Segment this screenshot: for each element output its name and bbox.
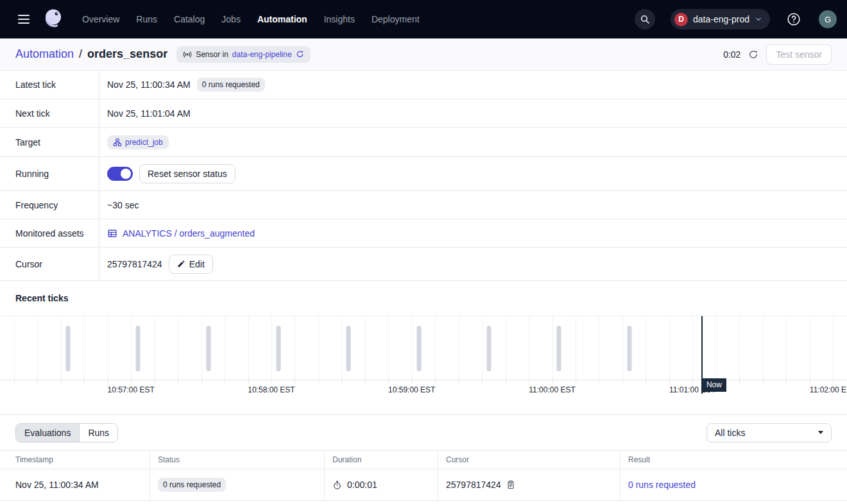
tick-status-filter-select[interactable]: All ticks <box>706 423 832 442</box>
axis-time-label: 10:59:00 EST <box>388 385 435 394</box>
test-sensor-button[interactable]: Test sensor <box>766 44 832 65</box>
axis-tick <box>435 380 436 383</box>
nav-item-catalog[interactable]: Catalog <box>174 14 205 24</box>
deployment-switcher[interactable]: D data-eng-prod <box>671 9 770 29</box>
sensor-tick-bar[interactable] <box>346 326 351 371</box>
row-status-badge: 0 runs requested <box>158 478 226 492</box>
nav-item-runs[interactable]: Runs <box>136 14 157 24</box>
refresh-countdown: 0:02 <box>723 49 740 60</box>
nav-item-jobs[interactable]: Jobs <box>221 14 241 24</box>
monitored-asset-link[interactable]: ANALYTICS / orders_augmented <box>107 228 255 239</box>
axis-tick <box>388 380 389 383</box>
target-job-chip[interactable]: predict_job <box>107 135 169 149</box>
sensor-tick-bar[interactable] <box>557 326 561 371</box>
nav-item-insights[interactable]: Insights <box>324 14 355 24</box>
col-header-duration: Duration <box>324 451 438 469</box>
nav-item-deployment[interactable]: Deployment <box>372 14 420 24</box>
sensor-tick-bar[interactable] <box>276 326 280 371</box>
dagster-logo-icon[interactable] <box>41 6 67 32</box>
code-location-link[interactable]: data-eng-pipeline <box>232 50 292 59</box>
sensor-tick-bar[interactable] <box>206 326 210 371</box>
cursor-value: 25797817424 <box>107 259 162 269</box>
gridline <box>131 316 132 380</box>
user-avatar[interactable]: G <box>819 10 837 28</box>
gridline <box>669 316 670 380</box>
gridline <box>810 316 810 380</box>
row-result-link[interactable]: 0 runs requested <box>628 480 696 490</box>
axis-time-label: 11:00:00 EST <box>529 385 576 394</box>
row-next-tick: Next tick Nov 25, 11:01:04 AM <box>0 99 847 128</box>
sensor-location-badge: Sensor in data-eng-pipeline <box>176 46 310 63</box>
axis-tick <box>599 380 599 383</box>
nav-item-overview[interactable]: Overview <box>82 14 119 24</box>
axis-time-label: 10:57:00 EST <box>107 385 154 394</box>
row-cursor: 25797817424 <box>446 480 501 490</box>
copy-clipboard-icon[interactable] <box>506 480 515 489</box>
axis-tick <box>131 380 132 383</box>
gridline <box>318 316 319 380</box>
sensor-tick-bar[interactable] <box>65 326 70 371</box>
gridline <box>84 316 85 380</box>
gridline <box>786 316 787 380</box>
axis-tick <box>61 380 62 383</box>
axis-tick <box>37 380 38 383</box>
col-header-result: Result <box>620 451 847 469</box>
primary-nav: Overview Runs Catalog Jobs Automation In… <box>82 14 420 24</box>
gridline <box>178 316 178 380</box>
gridline <box>388 316 389 380</box>
axis-tick <box>248 380 249 383</box>
axis-tick <box>646 380 646 383</box>
gridline <box>108 316 108 380</box>
now-marker-tag: Now <box>702 378 726 392</box>
gridline <box>716 316 717 380</box>
axis-tick <box>108 380 108 383</box>
axis-tick <box>201 380 202 383</box>
deployment-name: data-eng-prod <box>693 14 749 24</box>
reload-location-icon[interactable] <box>296 50 304 58</box>
refresh-icon[interactable] <box>748 49 758 60</box>
gridline <box>529 316 529 380</box>
axis-tick <box>576 380 576 383</box>
edit-cursor-button[interactable]: Edit <box>169 255 213 274</box>
sensor-tick-bar[interactable] <box>136 326 141 371</box>
menu-icon[interactable] <box>13 8 35 30</box>
tab-evaluations[interactable]: Evaluations <box>16 424 80 442</box>
gridline <box>37 316 38 380</box>
nav-item-automation[interactable]: Automation <box>257 14 307 24</box>
axis-tick <box>271 380 272 383</box>
axis-tick <box>739 380 740 383</box>
sensor-tick-bar[interactable] <box>416 326 421 371</box>
sensor-badge-prefix: Sensor in <box>196 50 228 59</box>
gridline <box>201 316 202 380</box>
tab-runs[interactable]: Runs <box>80 424 117 442</box>
breadcrumb-automation-link[interactable]: Automation <box>15 47 74 61</box>
search-icon[interactable] <box>635 9 655 29</box>
axis-tick <box>225 380 225 383</box>
axis-tick <box>622 380 623 383</box>
gridline <box>155 316 155 380</box>
sensor-tick-bar[interactable] <box>627 326 631 371</box>
reset-sensor-status-button[interactable]: Reset sensor status <box>139 164 235 183</box>
axis-tick <box>482 380 483 383</box>
gridline <box>341 316 342 380</box>
frequency-label: Frequency <box>0 191 99 219</box>
evaluations-table-header: Timestamp Status Duration Cursor Result <box>0 450 847 469</box>
running-label: Running <box>0 157 99 190</box>
gridline <box>14 316 15 380</box>
axis-time-label: 11:02:00 EST <box>810 385 847 394</box>
job-icon <box>113 138 122 147</box>
axis-tick <box>692 380 693 383</box>
gridline <box>763 316 764 380</box>
col-header-cursor: Cursor <box>438 451 620 469</box>
running-toggle[interactable] <box>107 167 133 181</box>
axis-tick <box>295 380 295 383</box>
axis-tick <box>412 380 413 383</box>
sensor-tick-bar[interactable] <box>487 326 492 371</box>
tick-status-filter-value: All ticks <box>715 428 745 438</box>
target-job-name: predict_job <box>125 138 163 147</box>
table-row-partial <box>0 501 847 504</box>
row-timestamp: Nov 25, 11:00:34 AM <box>15 480 99 490</box>
help-icon[interactable] <box>784 10 803 29</box>
stopwatch-icon <box>332 480 342 490</box>
recent-ticks-title: Recent ticks <box>15 293 68 303</box>
